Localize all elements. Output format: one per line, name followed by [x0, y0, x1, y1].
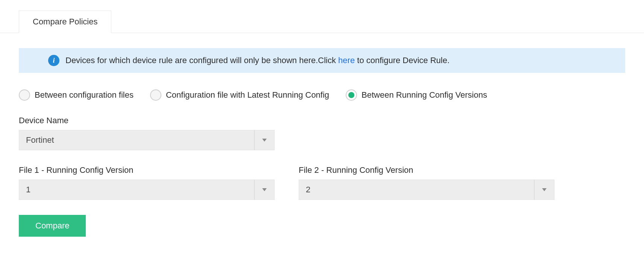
tab-label: Compare Policies	[33, 17, 97, 26]
file1-label: File 1 - Running Config Version	[19, 165, 275, 175]
compare-button-label: Compare	[35, 221, 69, 230]
device-name-value: Fortinet	[19, 130, 254, 150]
file1-value: 1	[19, 180, 254, 200]
file2-label: File 2 - Running Config Version	[299, 165, 554, 175]
svg-marker-1	[262, 188, 267, 191]
device-name-label: Device Name	[19, 116, 275, 125]
radio-indicator	[346, 89, 357, 101]
device-name-select[interactable]: Fortinet	[19, 130, 275, 150]
tab-compare-policies[interactable]: Compare Policies	[19, 11, 111, 33]
tab-bar: Compare Policies	[0, 0, 644, 33]
radio-between-running-versions[interactable]: Between Running Config Versions	[346, 89, 487, 101]
radio-label: Between configuration files	[35, 90, 134, 100]
radio-indicator	[150, 89, 161, 101]
radio-between-config-files[interactable]: Between configuration files	[19, 89, 134, 101]
chevron-down-icon	[534, 180, 554, 200]
chevron-down-icon	[254, 130, 275, 150]
radio-label: Configuration file with Latest Running C…	[166, 90, 329, 100]
radio-config-with-latest-running[interactable]: Configuration file with Latest Running C…	[150, 89, 329, 101]
configure-device-rule-link[interactable]: here	[338, 56, 355, 65]
info-banner: i Devices for which device rule are conf…	[19, 48, 625, 73]
info-text-before: Devices for which device rule are config…	[65, 56, 338, 65]
svg-marker-0	[262, 139, 267, 142]
file2-select[interactable]: 2	[299, 180, 554, 200]
info-text-after: to configure Device Rule.	[355, 56, 450, 65]
info-text: Devices for which device rule are config…	[65, 56, 450, 65]
radio-indicator	[19, 89, 30, 101]
file1-select[interactable]: 1	[19, 180, 275, 200]
compare-mode-radios: Between configuration files Configuratio…	[19, 89, 625, 101]
compare-button[interactable]: Compare	[19, 215, 86, 237]
chevron-down-icon	[254, 180, 275, 200]
file2-value: 2	[299, 180, 534, 200]
info-icon: i	[48, 55, 59, 66]
svg-marker-2	[542, 188, 547, 191]
radio-label: Between Running Config Versions	[361, 90, 487, 100]
